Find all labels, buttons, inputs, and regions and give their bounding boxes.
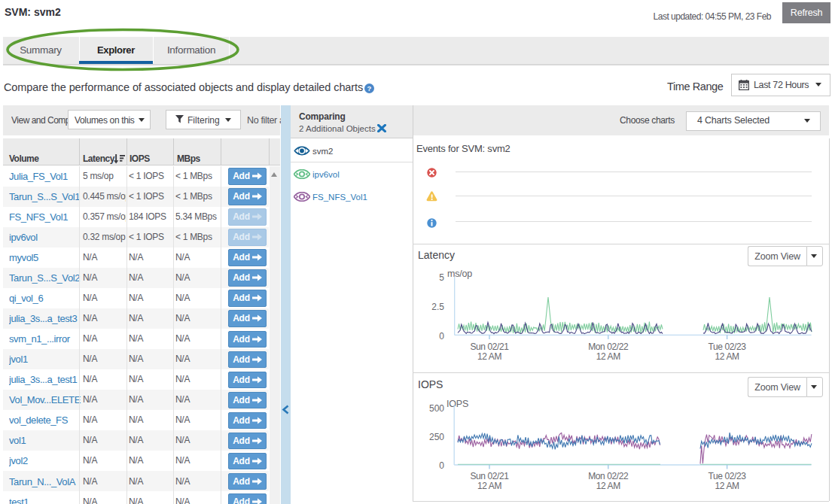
svg-text:?: ?: [367, 83, 372, 92]
